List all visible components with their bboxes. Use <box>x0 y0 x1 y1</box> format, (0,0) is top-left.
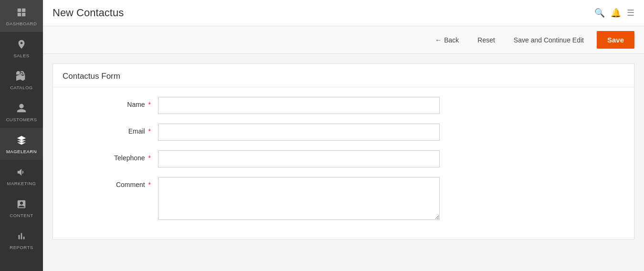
content-icon <box>15 198 28 211</box>
sidebar-item-magelearn[interactable]: MAGELEARN <box>0 128 43 160</box>
name-label: Name * <box>72 97 158 108</box>
main-content: New Contactus 🔍 🔔 ☰ ← Back Reset Save an… <box>43 0 644 271</box>
sidebar-item-content[interactable]: CONTENT <box>0 192 43 224</box>
reports-icon <box>15 229 28 243</box>
catalog-icon <box>15 70 28 83</box>
sidebar-item-marketing[interactable]: MARKETING <box>0 160 43 192</box>
sidebar-item-dashboard-label: DASHBOARD <box>6 21 37 26</box>
sales-icon <box>15 38 28 51</box>
dashboard-icon <box>15 6 28 19</box>
sidebar-item-dashboard[interactable]: DASHBOARD <box>0 0 43 32</box>
back-arrow-icon: ← <box>435 36 442 44</box>
sidebar-item-sales[interactable]: SALES <box>0 32 43 64</box>
top-bar-icons: 🔍 🔔 ☰ <box>594 8 634 18</box>
sidebar-item-catalog[interactable]: CATALOG <box>0 64 43 96</box>
email-input[interactable] <box>158 124 440 141</box>
action-bar: ← Back Reset Save and Continue Edit Save <box>43 26 644 54</box>
email-label: Email * <box>72 124 158 135</box>
back-button[interactable]: ← Back <box>429 32 465 48</box>
sidebar-item-reports-label: REPORTS <box>10 245 33 250</box>
telephone-required-star: * <box>148 154 151 162</box>
magelearn-icon <box>15 134 28 147</box>
sidebar-item-customers[interactable]: CUSTOMERS <box>0 96 43 128</box>
sidebar-item-customers-label: CUSTOMERS <box>6 117 37 122</box>
telephone-input[interactable] <box>158 150 440 167</box>
sidebar-item-catalog-label: CATALOG <box>10 85 33 90</box>
top-bar: New Contactus 🔍 🔔 ☰ <box>43 0 644 26</box>
sidebar: DASHBOARD SALES CATALOG CUSTOMERS MAGELE… <box>0 0 43 271</box>
content-area: Contactus Form Name * Email * <box>43 54 644 271</box>
form-section: Contactus Form Name * Email * <box>53 63 634 240</box>
search-icon[interactable]: 🔍 <box>594 8 605 18</box>
email-required-star: * <box>148 127 151 135</box>
form-section-title: Contactus Form <box>53 64 634 87</box>
sidebar-item-sales-label: SALES <box>13 53 29 58</box>
marketing-icon <box>15 166 28 179</box>
sidebar-item-content-label: CONTENT <box>10 213 33 218</box>
form-row-telephone: Telephone * <box>72 150 615 167</box>
svg-rect-2 <box>18 13 21 16</box>
page-title: New Contactus <box>53 7 594 19</box>
back-label: Back <box>444 36 459 44</box>
sidebar-item-reports[interactable]: REPORTS <box>0 224 43 256</box>
save-button[interactable]: Save <box>597 31 634 49</box>
name-required-star: * <box>148 101 151 108</box>
telephone-label: Telephone * <box>72 150 158 162</box>
svg-rect-0 <box>18 9 21 12</box>
comment-required-star: * <box>148 181 151 188</box>
form-body: Name * Email * Telephone <box>53 87 634 239</box>
form-row-name: Name * <box>72 97 615 114</box>
comment-label: Comment * <box>72 177 158 188</box>
menu-icon[interactable]: ☰ <box>627 8 634 18</box>
comment-textarea[interactable] <box>158 177 440 220</box>
svg-rect-3 <box>22 13 25 16</box>
save-and-continue-button[interactable]: Save and Continue Edit <box>508 32 590 48</box>
sidebar-item-marketing-label: MARKETING <box>7 181 36 186</box>
form-row-comment: Comment * <box>72 177 615 220</box>
reset-button[interactable]: Reset <box>472 32 501 48</box>
form-row-email: Email * <box>72 124 615 141</box>
svg-rect-1 <box>22 9 25 12</box>
name-input[interactable] <box>158 97 440 114</box>
sidebar-item-magelearn-label: MAGELEARN <box>6 149 37 154</box>
customers-icon <box>15 102 28 115</box>
notifications-icon[interactable]: 🔔 <box>611 8 621 18</box>
